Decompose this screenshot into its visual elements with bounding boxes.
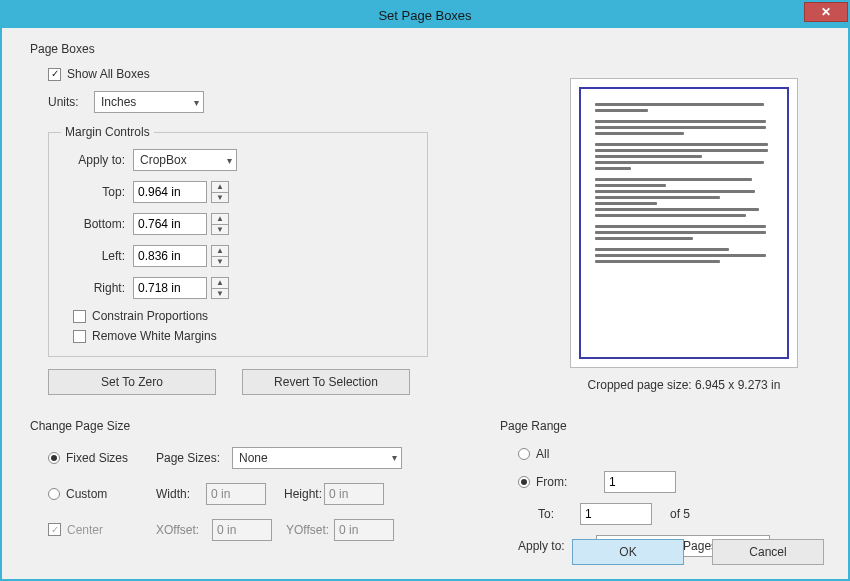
ok-button[interactable]: OK bbox=[572, 539, 684, 565]
window-title: Set Page Boxes bbox=[378, 8, 471, 23]
page-range-heading: Page Range bbox=[500, 419, 830, 433]
units-label: Units: bbox=[48, 95, 94, 109]
cancel-label: Cancel bbox=[749, 545, 786, 559]
margin-controls-group: Margin Controls Apply to: CropBox ▾ Top: bbox=[48, 125, 428, 357]
dialog-window: Set Page Boxes ✕ Page Boxes ✓ Show All B… bbox=[0, 0, 850, 581]
margin-left-label: Left: bbox=[69, 249, 133, 263]
xoffset-input[interactable] bbox=[212, 519, 272, 541]
revert-to-selection-button[interactable]: Revert To Selection bbox=[242, 369, 410, 395]
margin-right-spinbox[interactable]: ▲ ▼ bbox=[133, 277, 229, 299]
spin-down-icon[interactable]: ▼ bbox=[212, 192, 228, 203]
spin-down-icon[interactable]: ▼ bbox=[212, 288, 228, 299]
radio-icon bbox=[518, 476, 530, 488]
checkbox-icon bbox=[73, 330, 86, 343]
page-sizes-select[interactable]: None ▾ bbox=[232, 447, 402, 469]
chevron-down-icon: ▾ bbox=[227, 155, 232, 166]
range-from-radio[interactable]: From: bbox=[518, 475, 604, 489]
margin-top-label: Top: bbox=[69, 185, 133, 199]
spin-up-icon[interactable]: ▲ bbox=[212, 214, 228, 224]
units-select[interactable]: Inches ▾ bbox=[94, 91, 204, 113]
show-all-boxes-label: Show All Boxes bbox=[67, 67, 150, 81]
revert-label: Revert To Selection bbox=[274, 375, 378, 389]
center-checkbox[interactable]: ✓ Center bbox=[48, 523, 156, 537]
spin-buttons[interactable]: ▲ ▼ bbox=[211, 181, 229, 203]
checkbox-icon bbox=[73, 310, 86, 323]
close-icon: ✕ bbox=[821, 5, 831, 19]
check-icon: ✓ bbox=[48, 523, 61, 536]
center-label: Center bbox=[67, 523, 103, 537]
range-all-radio[interactable]: All bbox=[518, 447, 549, 461]
page-sizes-label: Page Sizes: bbox=[156, 451, 232, 465]
margin-applyto-label: Apply to: bbox=[69, 153, 133, 167]
remove-white-margins-label: Remove White Margins bbox=[92, 329, 217, 343]
constrain-proportions-label: Constrain Proportions bbox=[92, 309, 208, 323]
check-icon: ✓ bbox=[48, 68, 61, 81]
yoffset-label: YOffset: bbox=[272, 523, 334, 537]
chevron-down-icon: ▾ bbox=[194, 97, 199, 108]
margin-bottom-spinbox[interactable]: ▲ ▼ bbox=[133, 213, 229, 235]
width-input[interactable] bbox=[206, 483, 266, 505]
height-input[interactable] bbox=[324, 483, 384, 505]
titlebar: Set Page Boxes ✕ bbox=[2, 2, 848, 28]
custom-label: Custom bbox=[66, 487, 107, 501]
close-button[interactable]: ✕ bbox=[804, 2, 848, 22]
set-to-zero-button[interactable]: Set To Zero bbox=[48, 369, 216, 395]
constrain-proportions-checkbox[interactable]: Constrain Proportions bbox=[73, 309, 208, 323]
xoffset-label: XOffset: bbox=[156, 523, 212, 537]
custom-radio[interactable]: Custom bbox=[48, 487, 156, 501]
range-from-label: From: bbox=[536, 475, 567, 489]
margin-applyto-select[interactable]: CropBox ▾ bbox=[133, 149, 237, 171]
page-sizes-value: None bbox=[239, 451, 268, 465]
margin-top-spinbox[interactable]: ▲ ▼ bbox=[133, 181, 229, 203]
units-value: Inches bbox=[101, 95, 136, 109]
margin-bottom-input[interactable] bbox=[133, 213, 207, 235]
spin-buttons[interactable]: ▲ ▼ bbox=[211, 213, 229, 235]
client-area: Page Boxes ✓ Show All Boxes Units: Inche… bbox=[2, 28, 848, 579]
preview-frame bbox=[570, 78, 798, 368]
margin-left-input[interactable] bbox=[133, 245, 207, 267]
range-to-input[interactable] bbox=[580, 503, 652, 525]
radio-icon bbox=[518, 448, 530, 460]
margin-left-spinbox[interactable]: ▲ ▼ bbox=[133, 245, 229, 267]
spin-up-icon[interactable]: ▲ bbox=[212, 182, 228, 192]
chevron-down-icon: ▾ bbox=[392, 452, 397, 463]
range-all-label: All bbox=[536, 447, 549, 461]
margin-right-input[interactable] bbox=[133, 277, 207, 299]
ok-label: OK bbox=[619, 545, 636, 559]
spin-down-icon[interactable]: ▼ bbox=[212, 256, 228, 267]
height-label: Height: bbox=[266, 487, 324, 501]
set-to-zero-label: Set To Zero bbox=[101, 375, 163, 389]
preview-caption: Cropped page size: 6.945 x 9.273 in bbox=[548, 378, 820, 392]
yoffset-input[interactable] bbox=[334, 519, 394, 541]
footer-buttons: OK Cancel bbox=[572, 539, 824, 565]
show-all-boxes-checkbox[interactable]: ✓ Show All Boxes bbox=[48, 67, 150, 81]
remove-white-margins-checkbox[interactable]: Remove White Margins bbox=[73, 329, 217, 343]
fixed-sizes-label: Fixed Sizes bbox=[66, 451, 128, 465]
change-page-size-heading: Change Page Size bbox=[30, 419, 460, 433]
range-of-label: of 5 bbox=[652, 507, 690, 521]
range-to-label: To: bbox=[538, 507, 580, 521]
spin-up-icon[interactable]: ▲ bbox=[212, 246, 228, 256]
spin-buttons[interactable]: ▲ ▼ bbox=[211, 277, 229, 299]
margin-bottom-label: Bottom: bbox=[69, 217, 133, 231]
spin-down-icon[interactable]: ▼ bbox=[212, 224, 228, 235]
radio-icon bbox=[48, 488, 60, 500]
spin-up-icon[interactable]: ▲ bbox=[212, 278, 228, 288]
preview-page bbox=[579, 87, 789, 359]
margin-top-input[interactable] bbox=[133, 181, 207, 203]
page-boxes-heading: Page Boxes bbox=[30, 42, 830, 56]
margin-controls-legend: Margin Controls bbox=[61, 125, 154, 139]
spin-buttons[interactable]: ▲ ▼ bbox=[211, 245, 229, 267]
margin-right-label: Right: bbox=[69, 281, 133, 295]
width-label: Width: bbox=[156, 487, 206, 501]
margin-applyto-value: CropBox bbox=[140, 153, 187, 167]
fixed-sizes-radio[interactable]: Fixed Sizes bbox=[48, 451, 156, 465]
cancel-button[interactable]: Cancel bbox=[712, 539, 824, 565]
preview-panel: Cropped page size: 6.945 x 9.273 in bbox=[548, 78, 820, 392]
radio-icon bbox=[48, 452, 60, 464]
range-from-input[interactable] bbox=[604, 471, 676, 493]
